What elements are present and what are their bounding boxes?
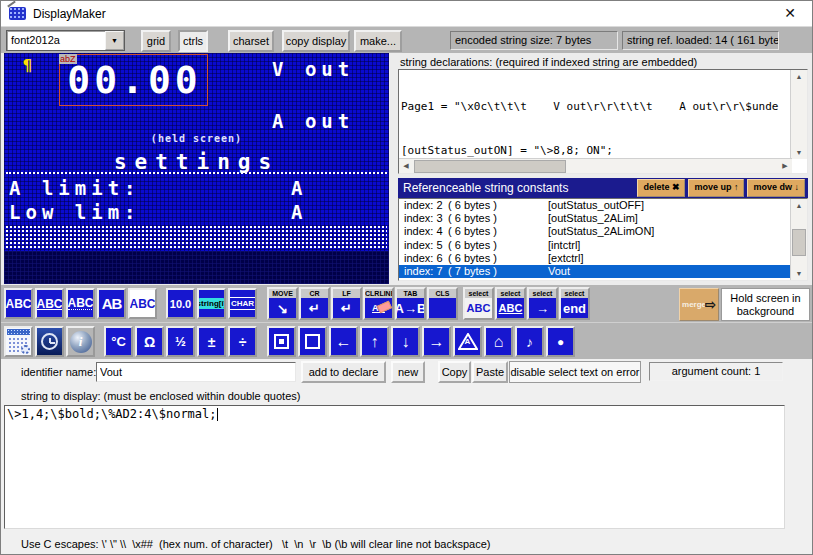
number-button[interactable]: 10.0 bbox=[166, 288, 195, 319]
display-low-lim-value: A bbox=[291, 201, 307, 223]
identifier-input[interactable] bbox=[96, 362, 296, 382]
display-a-limit-value: A bbox=[291, 177, 307, 199]
info-button[interactable]: i bbox=[66, 326, 95, 357]
declarations-editor[interactable]: Page1 = "\x0c\t\t\t V out\r\r\t\t\t A ou… bbox=[398, 69, 808, 174]
move-button[interactable]: MOVE ↘ bbox=[267, 287, 298, 320]
select-abc-inverse-button[interactable]: select ABC bbox=[495, 287, 526, 320]
arrow-left-button[interactable]: ← bbox=[329, 326, 358, 357]
identifier-label: identifier name: bbox=[21, 366, 96, 378]
font-select[interactable]: font2012a ▼ bbox=[6, 30, 125, 51]
delete-button[interactable]: delete ✖ bbox=[637, 179, 685, 197]
row-size: ( 6 bytes ) bbox=[448, 199, 548, 212]
warning-button[interactable]: A bbox=[453, 326, 482, 357]
list-item-selected[interactable]: index: 7 ( 7 bytes ) Vout bbox=[399, 265, 807, 278]
tab-button[interactable]: TAB A→B bbox=[395, 287, 426, 320]
move-down-button[interactable]: move dw ↓ bbox=[747, 179, 805, 197]
cls-button[interactable]: CLS bbox=[427, 287, 458, 320]
ctrls-button[interactable]: ctrls bbox=[178, 30, 208, 52]
row-index: index: 6 bbox=[404, 252, 448, 265]
charset-button[interactable]: charset bbox=[228, 30, 274, 52]
display-highlight-band bbox=[5, 225, 387, 250]
note-button[interactable]: ♪ bbox=[515, 326, 544, 357]
plus-minus-button[interactable]: ± bbox=[197, 326, 226, 357]
lf-button[interactable]: LF ↵ bbox=[331, 287, 362, 320]
list-item[interactable]: index: 4 ( 6 bytes ) [outStatus_2ALimON] bbox=[399, 225, 807, 238]
constants-vscrollbar[interactable]: ▲ ▼ bbox=[790, 199, 807, 280]
string-index-button[interactable]: string[i] bbox=[197, 288, 226, 319]
string-to-display-editor[interactable]: \>1,4;\$bold;\%AD2:4\$normal; bbox=[4, 405, 785, 529]
list-item[interactable]: index: 2 ( 6 bytes ) [outStatus_outOFF] bbox=[399, 199, 807, 212]
list-item[interactable]: index: 6 ( 6 bytes ) [extctrl] bbox=[399, 252, 807, 265]
divide-button[interactable]: ÷ bbox=[228, 326, 257, 357]
text-abc-button[interactable]: ABC bbox=[4, 288, 33, 319]
close-icon[interactable]: ✕ bbox=[768, 1, 812, 26]
clrline-button[interactable]: CLRLINE AB bbox=[363, 287, 394, 320]
string-to-display-label: string to display: (must be enclosed wit… bbox=[21, 390, 300, 402]
box-outline-button[interactable] bbox=[298, 326, 327, 357]
settings-underline bbox=[6, 172, 387, 174]
scroll-down-icon[interactable]: ▼ bbox=[791, 146, 807, 159]
hold-screen-button[interactable]: Hold screen in background bbox=[721, 288, 810, 321]
merge-button[interactable]: merge ⇨ bbox=[679, 288, 719, 321]
declarations-hscrollbar[interactable]: ◀ ▶ bbox=[399, 158, 792, 173]
vscroll-thumb[interactable] bbox=[792, 229, 806, 256]
select-arrow-button[interactable]: select → bbox=[527, 287, 558, 320]
degrees-c-button[interactable]: °C bbox=[104, 326, 133, 357]
arrow-down-button[interactable]: ↓ bbox=[391, 326, 420, 357]
text-abc-inverse-button[interactable]: ABC bbox=[128, 288, 157, 319]
warning-triangle-icon: A bbox=[458, 333, 478, 350]
gear-icon bbox=[21, 345, 30, 354]
char-button[interactable]: CHAR bbox=[228, 288, 257, 319]
scroll-right-icon[interactable]: ▶ bbox=[778, 159, 792, 173]
half-fraction-button[interactable]: ½ bbox=[166, 326, 195, 357]
ohm-button[interactable]: Ω bbox=[135, 326, 164, 357]
clock-button[interactable] bbox=[35, 326, 64, 357]
app-icon bbox=[9, 7, 26, 20]
declarations-vscrollbar[interactable]: ▲ ▼ bbox=[790, 70, 807, 159]
declaration-line: Page1 = "\x0c\t\t\t V out\r\r\t\t\t A ou… bbox=[401, 100, 790, 115]
row-index: index: 4 bbox=[404, 225, 448, 238]
declaration-line: [outStatus_outON] = "\>8,8; ON"; bbox=[401, 144, 790, 159]
add-to-declare-button[interactable]: add to declare bbox=[301, 361, 386, 383]
box-filled-button[interactable] bbox=[267, 326, 296, 357]
text-abc-dotted-button[interactable]: ABC bbox=[66, 288, 95, 319]
text-abc-underline-button[interactable]: ABC bbox=[35, 288, 64, 319]
display-big-value[interactable]: 00.00 bbox=[62, 55, 207, 104]
row-name: [outStatus_outOFF] bbox=[548, 199, 644, 212]
row-name: [outStatus_2ALimON] bbox=[548, 225, 654, 238]
copy-button[interactable]: Copy bbox=[438, 361, 471, 383]
declarations-code[interactable]: Page1 = "\x0c\t\t\t V out\r\r\t\t\t A ou… bbox=[401, 71, 790, 158]
make-button[interactable]: make... bbox=[354, 30, 402, 52]
carriage-return-icon: ↵ bbox=[301, 298, 328, 318]
text-ab-wide-button[interactable]: AB bbox=[97, 288, 126, 319]
arrow-up-button[interactable]: ↑ bbox=[360, 326, 389, 357]
paste-button[interactable]: Paste bbox=[472, 361, 508, 383]
scroll-down-icon[interactable]: ▼ bbox=[791, 267, 807, 280]
list-item[interactable]: index: 5 ( 6 bytes ) [intctrl] bbox=[399, 239, 807, 252]
select-end-button[interactable]: select end bbox=[559, 287, 590, 320]
disable-select-text-button[interactable]: disable select text on error bbox=[509, 361, 641, 383]
cr-button[interactable]: CR ↵ bbox=[299, 287, 330, 320]
move-up-button[interactable]: move up ↑ bbox=[688, 179, 744, 197]
home-button[interactable]: ⌂ bbox=[484, 326, 513, 357]
calendar-button[interactable] bbox=[4, 326, 33, 357]
copy-display-button[interactable]: copy display bbox=[282, 30, 350, 52]
dot-button[interactable]: ● bbox=[546, 326, 575, 357]
row-size: ( 7 bytes ) bbox=[448, 265, 548, 278]
list-item[interactable]: index: 3 ( 6 bytes ) [outStatus_2ALim] bbox=[399, 212, 807, 225]
hscroll-thumb[interactable] bbox=[414, 160, 566, 173]
chevron-down-icon[interactable]: ▼ bbox=[105, 31, 124, 50]
display-preview[interactable]: ¶ abZ 00.00 V out A out (held screen) se… bbox=[4, 53, 389, 284]
scroll-left-icon[interactable]: ◀ bbox=[399, 159, 413, 173]
row-name: [extctrl] bbox=[548, 252, 583, 265]
scroll-up-icon[interactable]: ▲ bbox=[791, 70, 807, 83]
box-outline-icon bbox=[305, 334, 320, 349]
new-button[interactable]: new bbox=[391, 361, 425, 383]
scroll-up-icon[interactable]: ▲ bbox=[791, 199, 807, 212]
grid-button[interactable]: grid bbox=[141, 30, 171, 52]
string-to-display-value: \>1,4;\$bold;\%AD2:4\$normal; bbox=[7, 407, 217, 421]
constants-list[interactable]: index: 2 ( 6 bytes ) [outStatus_outOFF] … bbox=[398, 198, 808, 281]
music-note-icon: ♪ bbox=[526, 334, 533, 350]
arrow-right-button[interactable]: → bbox=[422, 326, 451, 357]
select-abc-button[interactable]: select ABC bbox=[463, 287, 494, 320]
